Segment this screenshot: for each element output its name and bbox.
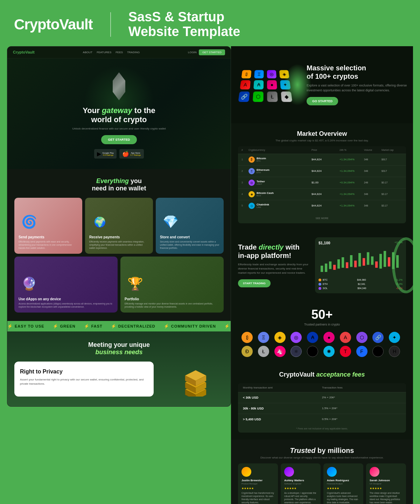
partner-uni: 🦄 — [274, 346, 286, 357]
svg-rect-4 — [337, 259, 340, 268]
ticker-item-5: ⚡ SECURE — [224, 324, 231, 329]
nav-cta-button[interactable]: GET STARTED — [199, 49, 225, 55]
test-role-2: Software Engineer — [284, 483, 317, 485]
website-mockup: CryptoVault ABOUT FEATURES FEES TRADING … — [7, 46, 231, 407]
see-more-link[interactable]: SEE MORE — [316, 217, 329, 219]
feature-icon-store: 💎 — [160, 211, 181, 232]
row-num-3: 3 — [241, 181, 248, 184]
nav-link-features[interactable]: FEATURES — [97, 51, 111, 54]
ticker-label-1: GREEN — [60, 324, 76, 328]
chart-sol-name: SOL — [323, 287, 328, 289]
ticker-icon-3: ⚡ — [111, 324, 116, 329]
trade-panel: Trade directly within-app platform! Effo… — [231, 230, 413, 300]
nav-link-trading[interactable]: TRADING — [127, 51, 140, 54]
nav-link-fees[interactable]: FEES — [115, 51, 123, 54]
table-row: 2 Ξ Ethereum ETH $44,824 +1.34,094% 348 … — [238, 165, 406, 177]
feature-icon-receive: 🌍 — [89, 211, 110, 232]
chart-eth-name: ETH — [323, 283, 328, 285]
fees-col-amount: Monthly transaction amt — [243, 386, 322, 389]
iso-coin-dot: ● — [267, 80, 277, 89]
test-role-1: Product Manager — [241, 483, 274, 485]
btc-change: +1.34,094% — [340, 158, 364, 161]
header-brand: CryptoVault — [14, 16, 93, 33]
feature-card-receive: 🌍 Receive payments Efficiently receive p… — [85, 198, 153, 254]
app-store-badge[interactable]: 🍎 App Store 4.7 Ratings — [119, 149, 144, 159]
link-price: $44,824 — [312, 204, 340, 207]
svg-rect-1 — [325, 264, 327, 272]
nav-login[interactable]: LOGIN — [188, 51, 197, 54]
test-stars-2: ★★★★★ — [284, 487, 317, 490]
business-section: Meeting your uniquebusiness needs Right … — [7, 331, 231, 406]
iso-coin-link: 🔗 — [238, 91, 250, 102]
trade-desc: Effortlessly trade and exchange assets d… — [238, 262, 309, 275]
feature-name-dapps: Use dApps on any device — [19, 297, 113, 301]
ticker-icon-1: ⚡ — [53, 324, 58, 329]
google-play-badge[interactable]: ▶ Google Play 4.8 Ratings — [94, 149, 117, 159]
testimonials-grid: Justin Brewster Product Manager ★★★★★ Cr… — [238, 463, 406, 504]
feature-desc-receive: Efficiently receive payments with seamle… — [89, 240, 149, 250]
chart-sol-price: $94,340 — [357, 287, 366, 289]
business-3d-area — [154, 362, 224, 397]
fees-pct-3: 0.5% + 20¢* — [322, 418, 401, 421]
partner-ftm: F — [356, 346, 368, 357]
chart-coin-row-sol: SOL $94,340 -0.4% — [318, 287, 402, 290]
svg-rect-2 — [329, 261, 331, 269]
left-col: CryptoVault ABOUT FEATURES FEES TRADING … — [7, 46, 231, 504]
ticker-icon-2: ⚡ — [84, 324, 89, 329]
eth-vol: 348 — [364, 170, 382, 172]
fees-title-italic: acceptance fees — [316, 371, 365, 378]
bch-sym: BCH — [257, 195, 274, 197]
nav-link-about[interactable]: ABOUT — [83, 51, 93, 54]
right-col: ₿ Ξ ◎ ◈ A ₳ ● ✦ 🔗 ⬡ Ł ◆ — [231, 46, 413, 504]
market-title: Market Overview — [238, 130, 406, 138]
iso-coin-sol: ◎ — [267, 70, 276, 78]
feature-name-portfolio: Portfolio — [125, 297, 219, 301]
market-subtitle: The global crypto market cap is $2.45T, … — [238, 139, 406, 142]
trade-cta-button[interactable]: START TRADING — [238, 279, 271, 287]
google-play-rating: 4.8 Ratings — [102, 154, 114, 156]
link-icon: ◇ — [248, 203, 255, 209]
table-row: 1 ₿ Bitcoin BTC $44,824 +1.34,094% 348 $… — [238, 154, 406, 165]
apple-icon: 🍎 — [122, 150, 129, 157]
header-tagline: SasS & StartupWebsite Template — [128, 10, 240, 39]
test-name-2: Ashley Walters — [284, 479, 317, 482]
testimonials-title-italic: Trusted — [290, 447, 315, 454]
features-title-italic: Everything — [96, 177, 129, 184]
feature-icon-send: 🌀 — [19, 211, 40, 232]
candlestick-chart — [318, 247, 402, 276]
app-store-label: App Store — [130, 152, 141, 154]
feature-card-dapps: 🔮 Use dApps on any device Access decentr… — [14, 257, 118, 313]
iso-coin-ltc: Ł — [267, 91, 278, 102]
crypto-info-desc: Explore a vast selection of over 100+ ex… — [307, 83, 407, 93]
usdt-sym: USDT — [257, 183, 265, 185]
svg-rect-5 — [342, 257, 344, 268]
testimonial-card-3: Adam Rodriguez Financial Analyst ★★★★★ C… — [323, 463, 363, 504]
hero-section: Your gateway to theworld of crypto Unloc… — [7, 58, 231, 169]
btc-icon: ₿ — [248, 156, 255, 163]
trade-text: Trade directly within-app platform! Effo… — [238, 243, 309, 287]
feature-icon-portfolio: 🏆 — [125, 273, 146, 294]
feature-desc-dapps: Access decentralized applications (dApps… — [19, 302, 113, 308]
partner-eth: Ξ — [258, 332, 269, 343]
crypto-panel: ₿ Ξ ◎ ◈ A ₳ ● ✦ 🔗 ⬡ Ł ◆ — [231, 46, 413, 123]
table-row: 5 ◇ Chainlink LINK $44,824 +1.34,094% 34… — [238, 200, 406, 211]
usdt-price: $1.00 — [312, 181, 340, 184]
nav-brand: CryptoVault — [13, 50, 35, 54]
bch-price: $44,824 — [312, 192, 340, 196]
hero-cta-button[interactable]: GET STARTED — [101, 135, 137, 144]
link-name: Chainlink — [257, 203, 269, 206]
chart-btc-name: BTC — [323, 279, 328, 281]
partner-bnb: ◈ — [274, 332, 286, 343]
ticker-item-1: ⚡ GREEN — [53, 324, 76, 329]
usdt-icon: ◎ — [248, 180, 255, 186]
crypto-cta-button[interactable]: GO STARTED — [307, 97, 338, 105]
link-cap: $3.17 — [382, 204, 402, 207]
svg-rect-11 — [367, 252, 369, 265]
test-stars-1: ★★★★★ — [241, 487, 274, 490]
partners-label: Trusted partners in crypto — [238, 323, 406, 326]
test-name-1: Justin Brewster — [241, 479, 274, 482]
partner-trx: T — [340, 346, 351, 357]
market-table-header: # Cryptocurrency Price 24h % Volume Mark… — [238, 146, 406, 154]
table-row: 4 ◈ Bitcoin Cash BCH $44,824 +1.34,094% … — [238, 188, 406, 200]
hero-title: Your gateway to theworld of crypto — [18, 106, 220, 125]
